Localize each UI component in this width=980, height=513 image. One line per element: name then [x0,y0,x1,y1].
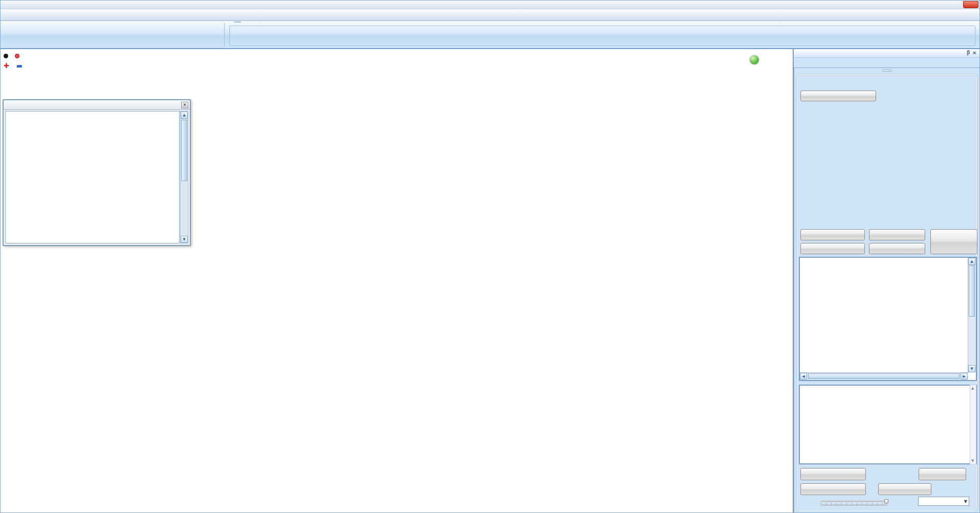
rain-window-close-icon[interactable]: ✕ [181,102,188,108]
voice-preview-button[interactable] [800,483,866,495]
warning-message-text[interactable] [799,385,977,464]
scroll-up-icon[interactable]: ▲ [971,386,974,390]
map-status-legend: ✚ ▬ [4,51,23,71]
pin-icon[interactable]: 卩 [965,50,970,56]
scroll-down-icon[interactable]: ▼ [971,459,974,463]
chevron-down-icon: ▼ [964,499,967,504]
gis-group-label [882,70,891,72]
menu-bar [1,9,979,21]
cancel-select-button[interactable] [869,229,925,240]
scroll-up-icon[interactable]: ▲ [181,111,188,119]
rain-table-window: ✕ ▲ ▼ [3,99,191,246]
gis-select-button[interactable] [800,229,865,240]
call-button[interactable] [878,483,931,495]
minus-flash-icon: ▬ [16,62,23,70]
legend-zoom-plus-icon[interactable] [749,54,760,65]
scroll-down-icon[interactable]: ▼ [181,236,188,243]
scroll-up-icon[interactable]: ▲ [968,258,975,265]
app-window: ✚ ▬ ✕ ▲ ▼ 卩 ✕ [0,0,980,513]
scroll-thumb[interactable] [808,373,960,379]
speed-select[interactable]: ▼ [918,497,969,506]
alarm-group-label [234,21,241,23]
message-scrollbar[interactable]: ▲ ▼ [970,385,976,464]
generate-message-button[interactable] [800,468,866,480]
panel-tabs [795,58,980,68]
extract-call-informer-button[interactable] [800,243,865,254]
target-call-level-button[interactable] [800,91,876,101]
alarm-info-groupbox [229,26,975,46]
contact-vscrollbar[interactable]: ▲ ▼ [968,258,976,372]
window-close-icon[interactable] [963,1,978,8]
title-bar [1,1,979,9]
slider-track [821,501,887,502]
plus-flash-icon: ✚ [4,62,9,70]
scroll-right-icon[interactable]: ▶ [961,373,968,380]
missing-dot-icon [15,54,19,58]
rain-table-scrollbar[interactable]: ▲ ▼ [180,111,188,243]
realtime-monitor-panel: 卩 ✕ ▲ ▼ [793,49,980,513]
radar-legend [726,53,775,222]
contact-table[interactable]: ▲ ▼ ◀ ▶ [799,257,977,381]
volume-slider[interactable] [821,499,887,505]
toolbar [1,21,979,49]
normal-dot-icon [4,54,8,58]
panel-close-icon[interactable]: ✕ [972,50,978,56]
slider-thumb[interactable] [884,499,888,504]
panel-body: ▲ ▼ ◀ ▶ ▲ ▼ [794,68,980,513]
rain-table[interactable] [5,111,180,243]
scroll-thumb[interactable] [969,265,975,317]
copy-call-numbers-button[interactable] [869,243,925,254]
copy-button[interactable] [919,468,966,480]
scroll-down-icon[interactable]: ▼ [968,365,975,372]
rain-window-title [4,100,190,110]
panel-header: 卩 ✕ [794,49,980,58]
radar-map[interactable]: ✚ ▬ ✕ ▲ ▼ [1,49,793,513]
scroll-thumb[interactable] [181,120,187,181]
scroll-left-icon[interactable]: ◀ [800,373,807,380]
contact-hscrollbar[interactable]: ◀ ▶ [800,372,968,380]
extract-sms-informer-button[interactable] [930,229,977,254]
toolbar-separator [224,23,225,47]
